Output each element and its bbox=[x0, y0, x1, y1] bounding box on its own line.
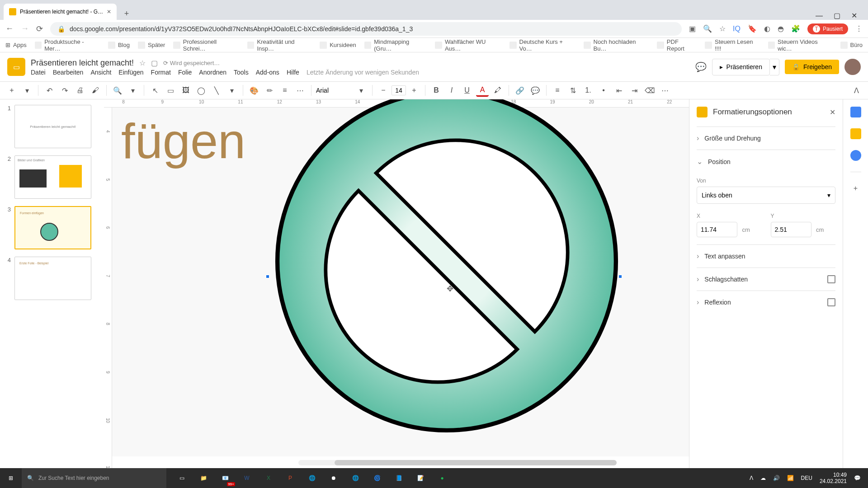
redo-icon[interactable]: ↷ bbox=[58, 84, 71, 97]
bookmark-item[interactable]: Professionell Schrei… bbox=[173, 38, 239, 52]
slide-thumb-2[interactable]: Bilder und Grafiken bbox=[14, 155, 91, 199]
window-minimize-icon[interactable]: — bbox=[816, 12, 823, 20]
present-dropdown[interactable]: ▾ bbox=[770, 59, 779, 75]
no-symbol-shape[interactable] bbox=[270, 99, 623, 437]
app-icon[interactable]: 🌐 bbox=[302, 470, 322, 486]
section-position[interactable]: ⌄ Position bbox=[697, 150, 835, 173]
menu-file[interactable]: Datei bbox=[31, 69, 46, 76]
doc-title[interactable]: Präsentieren leicht gemacht! bbox=[31, 58, 134, 68]
highlight-icon[interactable]: 🖍 bbox=[491, 84, 504, 97]
move-icon[interactable]: ▢ bbox=[151, 59, 158, 67]
explorer-icon[interactable]: 📁 bbox=[193, 470, 213, 486]
slide-thumb-3-selected[interactable]: Formen einfügen bbox=[14, 206, 91, 249]
forward-icon[interactable]: → bbox=[21, 24, 29, 33]
spotify-icon[interactable]: ● bbox=[432, 470, 452, 486]
browser-tab-active[interactable]: Präsentieren leicht gemacht! - G… ✕ bbox=[4, 4, 117, 20]
iq-icon[interactable]: IQ bbox=[733, 25, 741, 33]
font-dropdown[interactable]: ▾ bbox=[355, 84, 368, 97]
reflection-checkbox[interactable] bbox=[827, 298, 835, 306]
selection-handle-right[interactable] bbox=[618, 275, 622, 278]
zoom-icon[interactable]: 🔍 bbox=[111, 84, 124, 97]
volume-icon[interactable]: 🔊 bbox=[773, 475, 780, 481]
x-input[interactable]: 11.74 bbox=[697, 222, 737, 237]
border-weight-icon[interactable]: ≡ bbox=[278, 84, 291, 97]
bookmark-item[interactable]: Später bbox=[138, 42, 165, 49]
shape-icon[interactable]: ◯ bbox=[195, 84, 208, 97]
app-icon[interactable]: 📘 bbox=[389, 470, 409, 486]
image-icon[interactable]: 🖼 bbox=[179, 84, 192, 97]
link-icon[interactable]: 🔗 bbox=[514, 84, 526, 97]
bold-icon[interactable]: B bbox=[430, 84, 443, 97]
line-dropdown[interactable]: ▾ bbox=[226, 84, 238, 97]
zoom-icon[interactable]: 🔍 bbox=[703, 24, 712, 33]
notifications-icon[interactable]: 💬 bbox=[854, 475, 861, 481]
close-panel-icon[interactable]: ✕ bbox=[830, 108, 835, 117]
window-close-icon[interactable]: ✕ bbox=[851, 11, 857, 20]
clear-format-icon[interactable]: ⌫ bbox=[643, 84, 656, 97]
slide-title-text[interactable]: fügen bbox=[121, 112, 245, 169]
system-clock[interactable]: 10:49 24.02.2021 bbox=[820, 472, 847, 485]
border-dash-icon[interactable]: ⋯ bbox=[294, 84, 307, 97]
obs-icon[interactable]: ⏺ bbox=[324, 470, 344, 486]
powerpoint-icon[interactable]: P bbox=[280, 470, 300, 486]
indent-dec-icon[interactable]: ⇤ bbox=[613, 84, 625, 97]
align-icon[interactable]: ≡ bbox=[551, 84, 564, 97]
print-icon[interactable]: 🖨 bbox=[74, 84, 86, 97]
tray-chevron-icon[interactable]: ᐱ bbox=[750, 475, 753, 481]
taskbar-search[interactable]: 🔍 Zur Suche Text hier eingeben bbox=[22, 468, 166, 488]
font-select[interactable]: Arial bbox=[316, 87, 352, 94]
section-drop-shadow[interactable]: › Schlagschatten bbox=[697, 267, 835, 291]
indent-inc-icon[interactable]: ⇥ bbox=[628, 84, 641, 97]
menu-addons[interactable]: Add-ons bbox=[256, 69, 279, 76]
zoom-dropdown[interactable]: ▾ bbox=[127, 84, 139, 97]
excel-icon[interactable]: X bbox=[259, 470, 278, 486]
font-size-dec[interactable]: − bbox=[377, 84, 390, 97]
bookmark-apps[interactable]: ⊞Apps bbox=[5, 42, 27, 48]
bookmark-item[interactable]: PDF Report bbox=[657, 38, 697, 52]
ext2-icon[interactable]: ◐ bbox=[764, 24, 770, 33]
back-icon[interactable]: ← bbox=[5, 24, 14, 33]
bookmark-item[interactable]: Produktsuche - Mer… bbox=[35, 38, 100, 52]
cast-icon[interactable]: ▣ bbox=[689, 24, 696, 33]
profile-paused-badge[interactable]: T Pausiert bbox=[807, 23, 848, 34]
menu-slide[interactable]: Folie bbox=[178, 69, 192, 76]
bookmark-item[interactable]: Steuern Lesen !!!! bbox=[705, 38, 760, 52]
border-color-icon[interactable]: ✏ bbox=[263, 84, 276, 97]
cloud-icon[interactable]: ☁ bbox=[760, 475, 766, 481]
mail-icon[interactable]: 📧99+ bbox=[215, 470, 235, 486]
comments-icon[interactable]: 💬 bbox=[695, 61, 707, 72]
collapse-toolbar-icon[interactable]: ᐱ bbox=[850, 84, 863, 97]
bookmark-item[interactable]: Kursideen bbox=[320, 42, 356, 49]
comment-icon[interactable]: 💬 bbox=[529, 84, 542, 97]
bookmark-item[interactable]: Steuern Videos wic… bbox=[768, 38, 832, 52]
wifi-icon[interactable]: 📶 bbox=[787, 475, 794, 481]
calendar-icon[interactable] bbox=[850, 107, 861, 117]
address-bar[interactable]: 🔒 docs.google.com/presentation/d/1yV372S… bbox=[50, 22, 682, 36]
menu-format[interactable]: Format bbox=[151, 69, 171, 76]
numbered-list-icon[interactable]: 1. bbox=[582, 84, 594, 97]
font-size-inc[interactable]: + bbox=[408, 84, 420, 97]
bookmark-item[interactable]: Deutsche Kurs + Vo… bbox=[509, 38, 576, 52]
shadow-checkbox[interactable] bbox=[827, 275, 835, 283]
menu-help[interactable]: Hilfe bbox=[287, 69, 299, 76]
reload-icon[interactable]: ⟳ bbox=[36, 24, 43, 34]
chrome-icon[interactable]: 🌐 bbox=[345, 470, 365, 486]
menu-view[interactable]: Ansicht bbox=[90, 69, 111, 76]
more-icon[interactable]: ⋯ bbox=[659, 84, 671, 97]
star-icon[interactable]: ☆ bbox=[719, 24, 726, 33]
undo-icon[interactable]: ↶ bbox=[43, 84, 56, 97]
add-addon-icon[interactable]: + bbox=[850, 183, 861, 194]
select-tool-icon[interactable]: ↖ bbox=[149, 84, 161, 97]
y-input[interactable]: 2.51 bbox=[771, 222, 811, 237]
word-icon[interactable]: W bbox=[237, 470, 257, 486]
bookmark-item[interactable]: Büro bbox=[840, 42, 863, 49]
from-select[interactable]: Links oben▾ bbox=[697, 187, 835, 204]
last-edit[interactable]: Letzte Änderung vor wenigen Sekunden bbox=[307, 69, 419, 76]
ext3-icon[interactable]: ◓ bbox=[778, 24, 784, 33]
task-view-icon[interactable]: ▭ bbox=[172, 470, 192, 486]
line-icon[interactable]: ╲ bbox=[210, 84, 223, 97]
textbox-icon[interactable]: ▭ bbox=[164, 84, 177, 97]
paint-format-icon[interactable]: 🖌 bbox=[89, 84, 102, 97]
menu-tools[interactable]: Tools bbox=[234, 69, 249, 76]
selection-handle-left[interactable] bbox=[266, 275, 269, 278]
